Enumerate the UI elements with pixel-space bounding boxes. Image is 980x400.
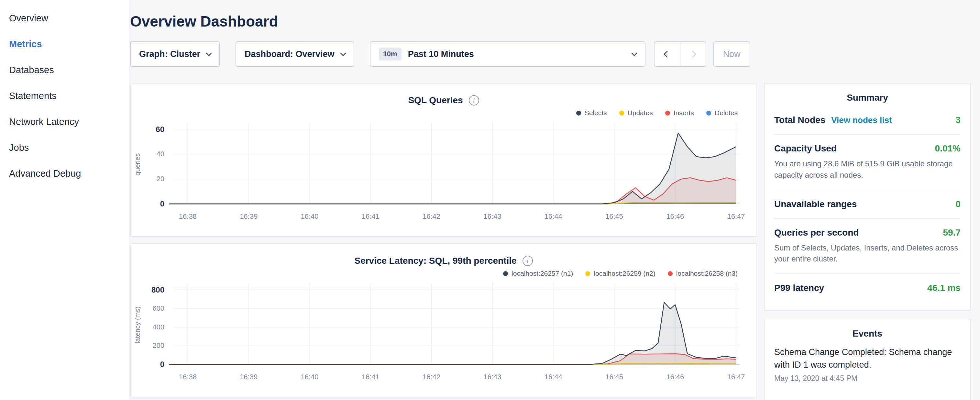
y-axis-tick-label: 0 — [160, 360, 164, 369]
y-axis-tick-label: 20 — [157, 175, 164, 183]
chart-plot — [169, 281, 741, 369]
y-axis-tick-label: 0 — [160, 199, 164, 209]
sidebar-nav-list: OverviewMetricsDatabasesStatementsNetwor… — [0, 5, 129, 186]
legend-item: Inserts — [665, 109, 694, 117]
time-range-dropdown[interactable]: 10m Past 10 Minutes — [370, 41, 646, 67]
x-axis-ticks: 16:3816:3916:4016:4116:4216:4316:4416:45… — [169, 209, 741, 223]
sidebar-item-metrics[interactable]: Metrics — [0, 31, 129, 57]
service-latency-chart-card: Service Latency: SQL, 99th percentile lo… — [130, 243, 757, 397]
chart-legend: SelectsUpdatesInsertsDeletes — [131, 107, 738, 118]
view-nodes-list-link[interactable]: View nodes list — [831, 115, 892, 125]
right-sidebar: Summary Total NodesView nodes list3Capac… — [764, 0, 971, 400]
legend-label: Deletes — [715, 109, 738, 117]
legend-label: Inserts — [674, 109, 694, 117]
x-axis-tick-label: 16:46 — [666, 373, 684, 381]
y-axis-title: latency (ms) — [134, 306, 142, 343]
x-axis-tick-label: 16:40 — [301, 373, 318, 381]
info-icon[interactable] — [522, 256, 533, 266]
x-axis-tick-label: 16:47 — [727, 212, 745, 221]
y-axis-tick-label: 40 — [157, 150, 164, 158]
dashboard-dropdown[interactable]: Dashboard: Overview — [235, 41, 354, 67]
legend-item: Selects — [576, 109, 607, 117]
event-item: Schema Change Completed: Schema change w… — [774, 346, 961, 383]
x-axis-tick-label: 16:39 — [240, 212, 258, 221]
main-content: Overview Dashboard Graph: Cluster Dashbo… — [130, 0, 757, 400]
legend-dot-icon — [665, 111, 670, 116]
summary-value: 3 — [955, 115, 961, 125]
summary-value: 59.7 — [943, 228, 961, 238]
now-button[interactable]: Now — [713, 41, 750, 67]
legend-label: localhost:26257 (n1) — [512, 269, 573, 277]
x-axis-tick-label: 16:42 — [423, 373, 440, 381]
y-axis-tick-label: 600 — [153, 304, 164, 312]
sql-queries-chart-card: SQL Queries SelectsUpdatesInsertsDeletes… — [130, 83, 757, 237]
chevron-right-icon — [689, 51, 696, 57]
legend-item: localhost:26259 (n2) — [585, 269, 655, 277]
summary-row-header: Capacity Used0.01% — [774, 143, 961, 154]
sidebar-item-network-latency[interactable]: Network Latency — [0, 109, 129, 135]
summary-title: Summary — [774, 92, 961, 103]
chevron-down-icon — [631, 50, 637, 56]
legend-label: Updates — [628, 109, 653, 117]
page-title: Overview Dashboard — [130, 12, 757, 30]
x-axis-tick-label: 16:43 — [484, 373, 501, 381]
legend-item: Deletes — [706, 109, 738, 117]
y-axis-ticks: 0200400600800 — [144, 281, 169, 369]
event-timestamp: May 13, 2020 at 4:45 PM — [774, 374, 961, 383]
chevron-left-icon — [663, 51, 670, 57]
y-axis-tick-label: 60 — [156, 125, 164, 134]
summary-row-header: Total NodesView nodes list3 — [774, 115, 961, 125]
chart-header: Service Latency: SQL, 99th percentile — [131, 244, 756, 266]
y-axis-ticks: 0204060 — [144, 120, 169, 209]
chart-title: Service Latency: SQL, 99th percentile — [354, 256, 516, 266]
legend-dot-icon — [576, 111, 581, 116]
summary-row: Queries per second59.7Sum of Selects, Up… — [774, 218, 961, 274]
sidebar-item-jobs[interactable]: Jobs — [0, 135, 129, 161]
info-icon[interactable] — [469, 95, 479, 105]
x-axis-tick-label: 16:45 — [605, 373, 623, 381]
summary-label: P99 latency — [774, 283, 824, 293]
summary-row: Unavailable ranges0 — [774, 190, 961, 218]
charts-column: SQL Queries SelectsUpdatesInsertsDeletes… — [130, 83, 757, 397]
chart-plot — [169, 120, 741, 209]
y-axis-tick-label: 200 — [153, 341, 164, 350]
summary-label: Unavailable ranges — [774, 199, 857, 209]
x-axis-tick-label: 16:39 — [240, 373, 258, 381]
events-title: Events — [774, 328, 961, 339]
graph-dropdown[interactable]: Graph: Cluster — [130, 41, 220, 67]
summary-row: Total NodesView nodes list3 — [774, 106, 961, 134]
dashboard-dropdown-label: Dashboard: Overview — [245, 49, 334, 59]
x-axis-tick-label: 16:46 — [666, 212, 684, 221]
legend-dot-icon — [668, 271, 673, 276]
sidebar-item-overview[interactable]: Overview — [0, 5, 129, 31]
sidebar-item-advanced-debug[interactable]: Advanced Debug — [0, 161, 129, 186]
chart-legend: localhost:26257 (n1)localhost:26259 (n2)… — [131, 268, 738, 279]
legend-label: Selects — [585, 109, 607, 117]
x-axis-tick-label: 16:44 — [544, 212, 562, 221]
sidebar-item-statements[interactable]: Statements — [0, 83, 129, 109]
chevron-down-icon — [340, 50, 346, 56]
legend-item: localhost:26258 (n3) — [668, 269, 738, 277]
x-axis-tick-label: 16:38 — [179, 212, 197, 221]
x-axis-ticks: 16:3816:3916:4016:4116:4216:4316:4416:45… — [169, 369, 741, 383]
summary-row: P99 latency46.1 ms — [774, 274, 961, 302]
sidebar-item-databases[interactable]: Databases — [0, 57, 129, 83]
time-back-button[interactable] — [654, 41, 680, 67]
x-axis-tick-label: 16:42 — [423, 212, 440, 221]
time-forward-button[interactable] — [680, 41, 706, 67]
summary-value: 46.1 ms — [927, 283, 961, 293]
summary-label: Queries per second — [774, 228, 859, 238]
x-axis-tick-label: 16:43 — [484, 212, 501, 221]
x-axis-tick-label: 16:41 — [362, 212, 380, 221]
graph-dropdown-label: Graph: Cluster — [139, 49, 200, 59]
summary-row-header: P99 latency46.1 ms — [774, 283, 961, 293]
x-axis-tick-label: 16:41 — [362, 373, 380, 381]
events-panel: Events Schema Change Completed: Schema c… — [764, 319, 971, 400]
x-axis-tick-label: 16:40 — [301, 212, 318, 221]
summary-panel: Summary Total NodesView nodes list3Capac… — [764, 83, 971, 311]
sidebar: OverviewMetricsDatabasesStatementsNetwor… — [0, 0, 130, 400]
x-axis-tick-label: 16:45 — [605, 212, 623, 221]
y-axis-title: queries — [134, 153, 142, 176]
summary-label: Capacity Used — [774, 143, 837, 154]
event-text: Schema Change Completed: Schema change w… — [774, 346, 961, 371]
